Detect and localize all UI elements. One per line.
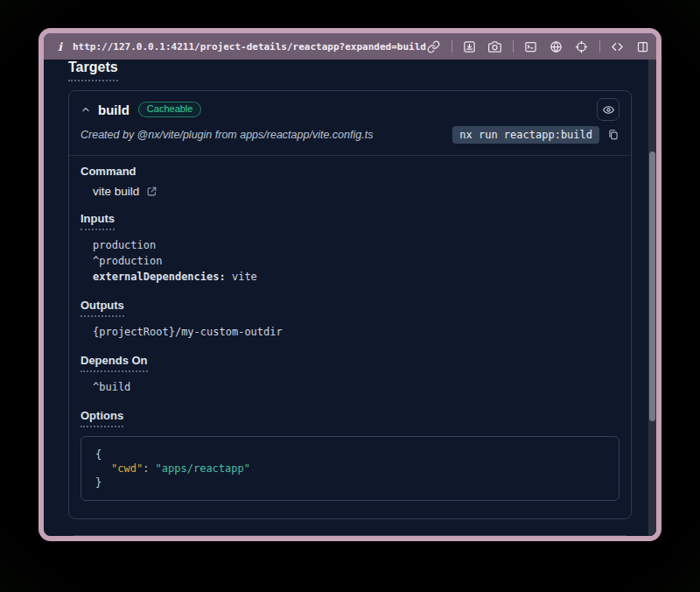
target-card-build: build Cacheable Created by @nx/vite/plug… xyxy=(68,90,632,519)
info-icon: i xyxy=(58,40,62,53)
view-target-button[interactable] xyxy=(597,98,620,121)
code-line: "cwd": "apps/reactapp" xyxy=(95,462,605,476)
output-item: {projectRoot}/my-custom-outdir xyxy=(80,324,620,340)
toolbar-separator xyxy=(599,40,600,53)
toolbar-separator xyxy=(513,40,514,53)
terminal-icon[interactable] xyxy=(523,39,539,54)
outputs-section-heading: Outputs xyxy=(80,299,124,317)
depends-on-section-heading: Depends On xyxy=(80,354,148,372)
external-link-icon[interactable] xyxy=(146,186,158,197)
copy-icon xyxy=(607,129,620,141)
code-value: "apps/reactapp" xyxy=(156,462,250,475)
command-section-heading: Command xyxy=(80,165,136,178)
crosshair-icon[interactable] xyxy=(574,39,590,54)
scrollbar-track[interactable] xyxy=(648,60,656,536)
copy-command-button[interactable] xyxy=(607,129,620,141)
link-icon[interactable] xyxy=(426,39,442,54)
build-header-subrow: Created by @nx/vite/plugin from apps/rea… xyxy=(80,125,620,144)
input-item-external-dependencies: externalDependencies: vite xyxy=(80,269,620,285)
options-code-block: { "cwd": "apps/reactapp" } xyxy=(80,436,620,501)
globe-icon[interactable] xyxy=(549,39,564,54)
save-frame-icon[interactable] xyxy=(462,39,478,54)
depends-on-item: ^build xyxy=(80,379,620,395)
project-details-page: Targets build Cacheable xyxy=(44,60,656,536)
browser-window: i http://127.0.0.1:4211/project-details/… xyxy=(38,28,662,541)
page-title: Targets xyxy=(68,60,118,81)
scrollbar-thumb[interactable] xyxy=(649,152,655,421)
input-item: ^production xyxy=(80,253,620,269)
camera-icon[interactable] xyxy=(487,39,503,54)
toolbar-separator xyxy=(452,40,452,53)
build-card-body: Command vite build Inputs production ^pr… xyxy=(69,156,631,518)
command-value-row: vite build xyxy=(80,185,620,198)
code-line: { xyxy=(95,448,605,462)
build-header-row[interactable]: build Cacheable xyxy=(80,100,620,119)
inputs-section-heading: Inputs xyxy=(80,212,115,230)
code-key: "cwd" xyxy=(111,462,143,475)
created-by-text: Created by @nx/vite/plugin from apps/rea… xyxy=(80,129,373,141)
input-value: vite xyxy=(226,271,257,283)
chevron-up-icon[interactable] xyxy=(80,104,91,115)
options-section-heading: Options xyxy=(80,409,123,427)
build-card-header: build Cacheable Created by @nx/vite/plug… xyxy=(69,91,631,156)
code-icon[interactable] xyxy=(610,39,626,54)
code-separator: : xyxy=(143,462,155,475)
input-key: externalDependencies: xyxy=(93,271,226,283)
code-line: } xyxy=(95,476,605,490)
target-card-serve: serve vite serve xyxy=(68,535,632,536)
url-text[interactable]: http://127.0.0.1:4211/project-details/re… xyxy=(73,41,426,53)
cacheable-badge: Cacheable xyxy=(138,102,202,117)
target-name-build: build xyxy=(98,102,130,117)
eye-icon xyxy=(602,103,615,116)
browser-toolbar: i http://127.0.0.1:4211/project-details/… xyxy=(44,33,656,60)
command-value: vite build xyxy=(93,185,139,198)
split-panel-icon[interactable] xyxy=(635,39,651,54)
run-command-chip: nx run reactapp:build xyxy=(452,126,599,144)
input-item: production xyxy=(80,237,620,253)
